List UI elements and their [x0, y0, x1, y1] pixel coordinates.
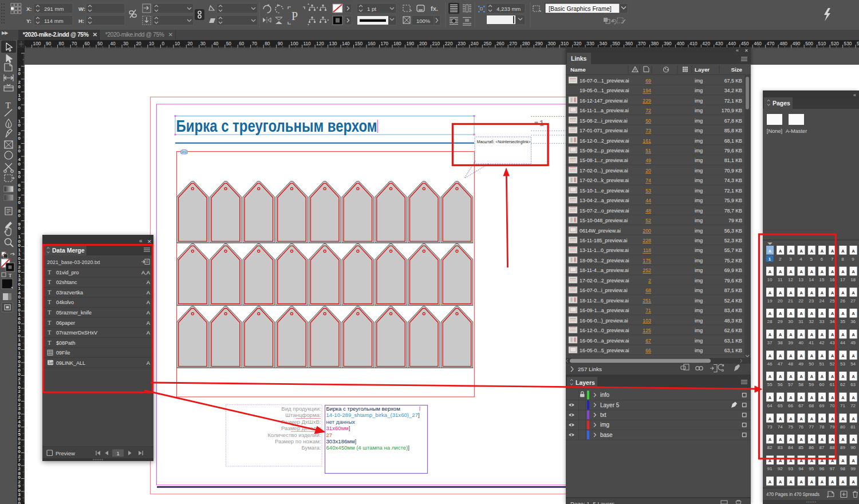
svg-text:75: 75 — [788, 424, 793, 430]
svg-text:68: 68 — [809, 403, 814, 408]
svg-text:103: 103 — [643, 318, 651, 324]
svg-text:78: 78 — [819, 424, 825, 430]
svg-text:A: A — [852, 332, 855, 337]
svg-text:img: img — [695, 178, 703, 183]
svg-text:T: T — [48, 299, 52, 305]
svg-text:X:: X: — [26, 6, 32, 12]
svg-text:50: 50 — [97, 41, 103, 46]
svg-text:46: 46 — [767, 361, 773, 367]
svg-text:82: 82 — [767, 445, 773, 450]
svg-text:79,6 KB: 79,6 KB — [724, 148, 742, 153]
svg-text:88: 88 — [830, 445, 835, 450]
svg-text:05razmer_knife: 05razmer_knife — [56, 310, 92, 316]
svg-text:114 mm: 114 mm — [44, 18, 64, 24]
svg-text:30: 30 — [788, 319, 793, 324]
svg-text:0: 0 — [161, 41, 164, 46]
svg-text:16-09-1...a_preview.ai: 16-09-1...a_preview.ai — [580, 308, 629, 313]
svg-text:Size: Size — [731, 66, 742, 73]
svg-text:40: 40 — [213, 41, 219, 46]
svg-text:161: 161 — [643, 138, 651, 144]
svg-text:A: A — [831, 332, 834, 337]
svg-text:A: A — [831, 458, 834, 463]
svg-text:510: 510 — [818, 41, 826, 46]
svg-text:17-01-071_preview.ai: 17-01-071_preview.ai — [580, 128, 628, 133]
svg-text:87: 87 — [819, 445, 825, 450]
svg-text:240: 240 — [471, 41, 479, 46]
svg-text:380: 380 — [651, 41, 659, 46]
svg-text:440: 440 — [728, 41, 736, 46]
svg-text:img: img — [695, 278, 703, 284]
svg-text:A: A — [779, 437, 782, 442]
svg-text:09LINK_ALL: 09LINK_ALL — [56, 360, 85, 366]
svg-text:A: A — [841, 395, 845, 400]
svg-text:84: 84 — [788, 445, 793, 450]
svg-text:A: A — [799, 479, 803, 485]
svg-text:47: 47 — [778, 361, 783, 367]
svg-text:A: A — [831, 311, 834, 316]
svg-text:91: 91 — [767, 466, 773, 471]
svg-text:txt: txt — [600, 412, 606, 418]
svg-text:img: img — [695, 108, 703, 113]
svg-text:Y:: Y: — [26, 18, 31, 24]
svg-text:13: 13 — [798, 277, 803, 282]
svg-text:20: 20 — [136, 41, 141, 46]
svg-text:194: 194 — [643, 88, 651, 93]
svg-text:70: 70 — [252, 41, 258, 46]
svg-text:15-10-1...e_preview.ai: 15-10-1...e_preview.ai — [580, 188, 629, 194]
svg-text:A,A: A,A — [141, 270, 151, 275]
svg-text:img: img — [695, 198, 703, 203]
svg-text:44: 44 — [840, 340, 845, 345]
svg-text:T: T — [48, 309, 52, 316]
svg-text:220: 220 — [445, 41, 453, 46]
svg-text:98: 98 — [840, 466, 845, 471]
svg-text:img: img — [695, 88, 703, 93]
svg-text:50: 50 — [809, 361, 814, 367]
svg-text:72: 72 — [645, 108, 651, 113]
svg-text:0: 0 — [18, 148, 21, 153]
svg-text:$08Path: $08Path — [56, 340, 76, 346]
svg-text:img: img — [600, 422, 609, 428]
svg-text:74: 74 — [645, 178, 651, 183]
svg-text:A: A — [810, 374, 814, 379]
svg-text:img: img — [695, 238, 703, 243]
svg-text:230: 230 — [458, 41, 466, 46]
svg-text:530: 530 — [844, 41, 852, 46]
svg-text:A: A — [147, 320, 151, 326]
svg-text:15-08-1...r_preview.ai: 15-08-1...r_preview.ai — [580, 158, 628, 163]
svg-text:A: A — [831, 374, 834, 379]
svg-text:0: 0 — [18, 71, 21, 76]
svg-text:img: img — [695, 338, 703, 344]
svg-text:06paper: 06paper — [56, 320, 75, 326]
svg-text:49: 49 — [645, 158, 651, 163]
svg-text:30: 30 — [123, 41, 129, 46]
svg-text:Preview: Preview — [56, 450, 75, 456]
svg-text:85,8 KB: 85,8 KB — [724, 128, 742, 133]
svg-text:A: A — [779, 353, 782, 359]
svg-text:A: A — [799, 458, 803, 463]
svg-text:A: A — [821, 311, 824, 316]
svg-text:34: 34 — [830, 319, 835, 324]
svg-text:A: A — [799, 416, 803, 422]
svg-text:A: A — [852, 374, 855, 379]
svg-text:67,8 KB: 67,8 KB — [724, 118, 742, 124]
svg-text:200: 200 — [643, 228, 651, 234]
svg-text:490: 490 — [793, 41, 801, 46]
svg-text:110: 110 — [304, 41, 311, 46]
svg-text:67: 67 — [645, 338, 651, 344]
svg-text:99: 99 — [850, 466, 856, 471]
svg-text:118: 118 — [643, 247, 651, 253]
svg-text:12: 12 — [788, 277, 793, 282]
svg-text:420: 420 — [702, 41, 710, 46]
svg-text:16-11-185_preview.ai: 16-11-185_preview.ai — [580, 238, 628, 243]
svg-text:70: 70 — [72, 41, 77, 46]
svg-text:A: A — [821, 269, 824, 274]
svg-text:15-07-2...o_preview.ai: 15-07-2...o_preview.ai — [580, 208, 629, 214]
svg-text:A: A — [831, 249, 834, 254]
svg-text:A: A — [852, 249, 855, 254]
svg-text:A: A — [799, 290, 803, 296]
svg-text:A: A — [779, 290, 782, 296]
svg-text:16-05-0...5_preview.ai: 16-05-0...5_preview.ai — [580, 348, 629, 353]
svg-text:470 Pages in 470 Spreads: 470 Pages in 470 Spreads — [766, 491, 819, 497]
svg-text:48,3 KB: 48,3 KB — [724, 318, 742, 324]
svg-text:A: A — [852, 416, 855, 422]
